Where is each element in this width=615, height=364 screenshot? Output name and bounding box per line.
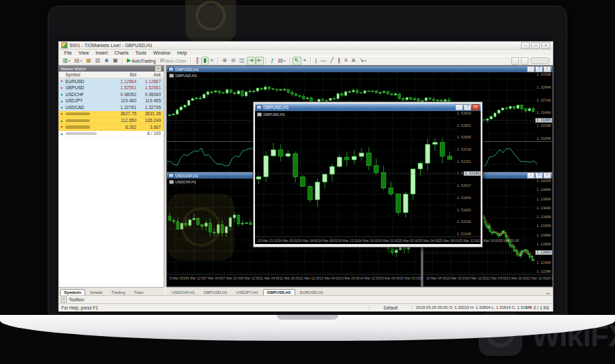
chart-close-button[interactable]: × bbox=[472, 104, 479, 110]
market-watch-row[interactable]: ▼3627.753631.36 bbox=[59, 111, 164, 118]
ask-value: 8 / 100 bbox=[147, 131, 161, 136]
menu-insert[interactable]: Insert bbox=[92, 50, 111, 55]
fibonacci-icon[interactable]: ≡ bbox=[342, 57, 350, 65]
text-label-icon[interactable]: A bbox=[350, 57, 357, 65]
chart-restore-button[interactable]: ❐ bbox=[535, 66, 543, 72]
time-axis[interactable]: 5 Mar 20196 Mar 12:007 Mar 04:007 Mar 20… bbox=[167, 274, 421, 282]
chart-tab-usdjpy-h1[interactable]: USDJPY,H1 bbox=[232, 289, 262, 295]
market-watch-row[interactable]: ▲8 / 100 bbox=[59, 131, 164, 138]
menu-help[interactable]: Help bbox=[174, 50, 190, 55]
crosshair-icon[interactable]: + bbox=[301, 57, 309, 65]
chart-tab-gbpusd-h1[interactable]: GBPUSD,H1 bbox=[200, 289, 232, 295]
market-watch-row[interactable]: ▼GBPUSD1.525511.52561 bbox=[59, 85, 164, 92]
bar-chart-mode-icon[interactable]: ║ bbox=[193, 57, 201, 65]
data-window-toggle-icon[interactable]: ▧ bbox=[93, 57, 103, 65]
chart-restore-button[interactable]: ❐ bbox=[464, 104, 471, 110]
indicators-icon[interactable]: ƒ bbox=[269, 57, 275, 65]
time-tick: 19 Mar 20:00 bbox=[446, 276, 466, 280]
traffic-label: 0 / 1 Kb bbox=[534, 305, 549, 310]
chat-icon[interactable] bbox=[521, 57, 528, 65]
chart-tab-gbpusd-h1[interactable]: GBPUSD,H1 bbox=[263, 289, 295, 295]
chart-minimize-button[interactable]: – bbox=[455, 104, 463, 110]
price-tick: 1.51683 bbox=[457, 209, 480, 212]
terminal-toggle-icon[interactable]: ▣ bbox=[110, 57, 120, 65]
cursor-icon[interactable]: ↖ bbox=[292, 57, 301, 65]
time-axis[interactable]: 23 Mar 21:0024 Mar 00:0024 Mar 04:0024 M… bbox=[255, 237, 481, 244]
chart-title-bar[interactable]: GBPUSD,H1 – ❐ × bbox=[255, 104, 481, 111]
auto-scroll-icon[interactable]: ⇥ bbox=[247, 57, 256, 65]
trendline-icon[interactable]: ╱ bbox=[328, 57, 335, 65]
chart-minimize-button[interactable]: – bbox=[527, 66, 535, 72]
price-tick: 1.12280 bbox=[537, 270, 552, 273]
market-watch-row[interactable]: ▲112.650135.240 bbox=[59, 118, 164, 125]
candlestick-chart[interactable] bbox=[255, 111, 456, 237]
chart-title-bar[interactable]: GBPUSD,H1 – ❐ × bbox=[167, 66, 552, 72]
chart-minimize-button[interactable]: – bbox=[527, 172, 535, 179]
profiles-icon[interactable]: ▤▾ bbox=[72, 57, 84, 65]
toolbox-bar: × Toolbox bbox=[59, 295, 553, 303]
chart-shift-icon[interactable]: ⇤ bbox=[256, 57, 265, 65]
tile-windows-icon[interactable]: ◫ bbox=[237, 57, 247, 65]
minimize-button[interactable]: – bbox=[521, 42, 530, 49]
menu-tools[interactable]: Tools bbox=[132, 50, 149, 55]
menu-window[interactable]: Window bbox=[150, 50, 174, 55]
autotrading-button[interactable]: ▶AutoTrading bbox=[125, 57, 158, 65]
chart-restore-button[interactable]: ❐ bbox=[535, 172, 543, 179]
column-symbol[interactable]: Symbol bbox=[59, 72, 80, 77]
market-watch-row[interactable]: ▼8.2623.667 bbox=[59, 124, 164, 131]
horizontal-line-icon[interactable]: — bbox=[318, 57, 328, 65]
bid-value: 119.460 bbox=[121, 98, 136, 103]
menu-charts[interactable]: Charts bbox=[111, 50, 132, 55]
vertical-line-icon[interactable]: | bbox=[313, 57, 318, 65]
tab-ticks[interactable]: Ticks bbox=[130, 289, 147, 295]
laptop-base-notch bbox=[277, 315, 338, 320]
time-tick: 24 Mar 16:00 bbox=[358, 239, 378, 243]
chart-tab-eurusd-h1[interactable]: EURUSD,H1 bbox=[296, 289, 328, 295]
chart-close-button[interactable]: × bbox=[543, 172, 551, 179]
equidistant-channel-icon[interactable]: ∥ bbox=[335, 57, 342, 65]
arrows-icon[interactable]: ↘▾ bbox=[357, 57, 368, 65]
candlestick-mode-icon[interactable]: ▮ bbox=[201, 57, 208, 65]
market-watch-row[interactable]: ▲USDCAD1.327811.32795 bbox=[59, 104, 164, 111]
toolbar-separator bbox=[290, 57, 290, 64]
status-profile[interactable]: Default bbox=[369, 305, 412, 310]
market-watch-row[interactable]: ▲USDCHF0.980520.98060 bbox=[59, 91, 164, 98]
price-axis[interactable]: 1.142801.140801.138801.136801.134801.132… bbox=[536, 179, 552, 274]
time-axis[interactable]: 19 Mar 04:0019 Mar 20:0020 Mar 12:0021 M… bbox=[423, 274, 552, 282]
tab-details[interactable]: Details bbox=[86, 289, 106, 295]
maximize-button[interactable]: □ bbox=[531, 42, 540, 49]
price-axis[interactable]: 1.530191.528521.526851.525181.523511.521… bbox=[456, 111, 481, 237]
close-button[interactable]: × bbox=[541, 42, 550, 49]
search-icon[interactable] bbox=[511, 57, 519, 65]
market-watch-row[interactable]: ▼EURUSD1.128641.12867 bbox=[59, 78, 164, 85]
panel-collapse-icon[interactable]: ▴ bbox=[155, 65, 162, 72]
title-bar[interactable]: 5001 - TIOMarkets Live! - GBPUSD,H1 – □ … bbox=[59, 42, 553, 50]
line-chart-mode-icon[interactable]: ≈ bbox=[209, 57, 215, 65]
market-watch-tabs: SymbolsDetailsTradingTicks bbox=[59, 287, 164, 295]
zoom-out-icon[interactable]: ⊖ bbox=[229, 57, 238, 65]
new-chart-icon[interactable]: ▥▾ bbox=[61, 57, 72, 65]
navigator-toggle-icon[interactable]: ◈ bbox=[102, 57, 110, 65]
price-axis[interactable]: 1.332401.329901.327401.324901.322401.319… bbox=[536, 72, 552, 141]
toolbox-close-icon[interactable]: × bbox=[61, 297, 67, 303]
chart-canvas[interactable]: GBPUSD,H1 1.530191.528521.526851.525181.… bbox=[255, 111, 481, 237]
tab-symbols[interactable]: Symbols bbox=[60, 289, 85, 295]
menu-file[interactable]: File bbox=[61, 50, 75, 55]
community-field[interactable] bbox=[530, 57, 550, 64]
chart-tab-usdchf-h1[interactable]: USDCHF,H1 bbox=[168, 289, 199, 295]
column-ask[interactable]: Ask bbox=[153, 72, 161, 77]
menu-view[interactable]: View bbox=[75, 50, 92, 55]
templates-icon[interactable]: ▤▾ bbox=[276, 57, 288, 65]
tab-trading[interactable]: Trading bbox=[107, 289, 129, 295]
zoom-in-icon[interactable]: ⊕ bbox=[220, 57, 229, 65]
market-watch-toggle-icon[interactable]: ▦ bbox=[84, 57, 93, 65]
market-watch-caption[interactable]: Market Watch ▴ bbox=[59, 65, 164, 72]
time-tick: 25 Mar 04:00 bbox=[419, 239, 438, 243]
new-order-button[interactable]: ⊞New Order bbox=[158, 57, 188, 65]
symbol-label: USDCHF bbox=[65, 92, 84, 97]
floating-chart-window[interactable]: GBPUSD,H1 – ❐ × GBPUSD,H1 1.530191.52852… bbox=[253, 102, 483, 247]
market-watch-row[interactable]: ▲USDJPY119.460119.465 bbox=[59, 98, 164, 105]
toolbar-separator bbox=[266, 57, 267, 64]
column-bid[interactable]: Bid bbox=[130, 72, 136, 77]
chart-close-button[interactable]: × bbox=[543, 66, 551, 72]
